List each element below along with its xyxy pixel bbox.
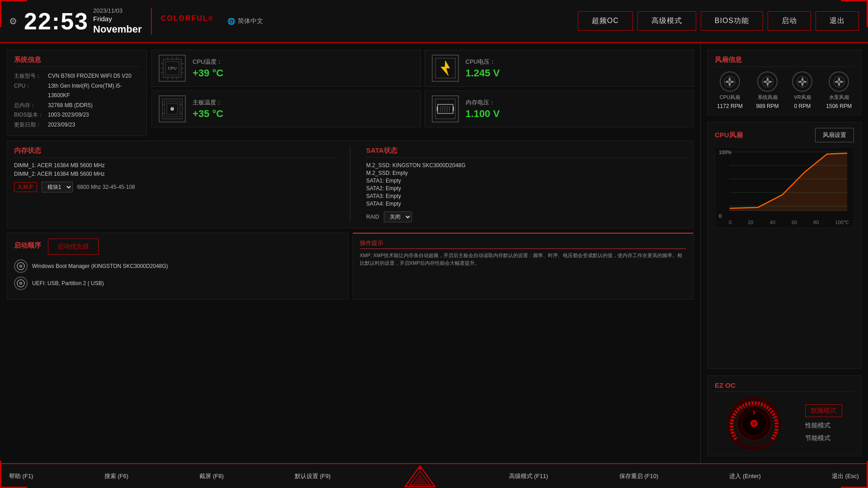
fan-sys: 系统风扇 989 RPM [756, 71, 779, 109]
sysinfo-title: 系统信息 [14, 56, 140, 67]
boot-item-1: UEFI: USB, Partition 2 ( USB) [14, 277, 341, 290]
x-label-40: 40 [770, 220, 775, 225]
cpu-fan-chart-section: CPU风扇 风扇设置 100% [708, 122, 861, 369]
nav-boot-button[interactable]: 启动 [768, 11, 811, 31]
svg-point-41 [728, 80, 731, 83]
board-temp-label: 主板温度： [193, 99, 223, 107]
fan-cpu-rpm: 1172 RPM [717, 103, 743, 109]
ezoc-title: EZ OC [715, 381, 854, 392]
bios-value: 1003-2023/09/23 [48, 110, 89, 120]
default-settings-button[interactable]: 默认设置 (F9) [295, 472, 330, 480]
sata-3: SATA3: Empty [366, 193, 686, 199]
svg-rect-25 [435, 99, 455, 119]
screenshot-button[interactable]: 截屏 (F8) [199, 472, 223, 480]
bottom-bar: 帮助 (F1) 搜索 (F6) 截屏 (F8) 默认设置 (F9) 高级模式 (… [0, 463, 868, 488]
raid-select[interactable]: 关闭 [384, 211, 412, 222]
mem-volt-text: 内存电压： 1.100 V [466, 99, 500, 120]
tips-title: 操作提示 [360, 239, 687, 249]
mem-volt-card: 内存电压： 1.100 V [425, 90, 694, 127]
mem-volt-icon [432, 95, 459, 122]
fan-info-grid: CPU风扇 1172 RPM 系统风扇 989 RPM [715, 71, 854, 109]
metrics-bottom-row: 主板温度： +35 °C [151, 90, 693, 127]
xmp-row: X.M.P 模块1 6800 Mhz 32-45-45-108 [14, 182, 334, 192]
language-label: 简体中文 [238, 17, 263, 25]
memory-section: 内存状态 DIMM_1: ACER 16384 MB 5600 MHz DIMM… [14, 146, 334, 222]
sata-m2-2: M.2_SSD: Empty [366, 170, 686, 176]
memory-title: 内存状态 [14, 146, 334, 158]
cpu-temp-text: CPU温度： +39 °C [193, 58, 223, 79]
dimm1-label: DIMM_1: [14, 162, 36, 169]
dimm1-value: ACER 16384 MB 5600 MHz [37, 162, 104, 169]
ezoc-content: 默频模式 性能模式 节能模式 [715, 396, 854, 450]
nav-bios-button[interactable]: BIOS功能 [701, 11, 763, 31]
left-panel: 系统信息 主板型号：CVN B760I FROZEN WIFI D5 V20 C… [0, 43, 701, 463]
fan-sys-name: 系统风扇 [758, 94, 778, 101]
board-label: 主板型号： [14, 71, 46, 81]
search-button[interactable]: 搜索 (F6) [104, 472, 128, 480]
dimm1-item: DIMM_1: ACER 16384 MB 5600 MHz [14, 162, 334, 169]
main-content: 系统信息 主板型号：CVN B760I FROZEN WIFI D5 V20 C… [0, 43, 868, 463]
cpu-temp-card: CPU [151, 50, 421, 87]
chart-container: 100% 0 20 4 [715, 147, 854, 228]
mem-sata-divider [350, 146, 350, 222]
ezoc-default-mode[interactable]: 默频模式 [805, 404, 842, 417]
boot-header: 启动顺序 启动优先级 [14, 239, 341, 255]
sata-2: SATA2: Empty [366, 185, 686, 192]
cpu-volt-text: CPU电压： 1.245 V [466, 58, 500, 79]
tips-section: 操作提示 XMP: XMP技术能让内存条自动超频，开启后主板会自动读取内存默认的… [353, 233, 694, 300]
boot-item-label-1: UEFI: USB, Partition 2 ( USB) [32, 280, 104, 286]
xmp-badge: X.M.P [14, 182, 37, 192]
bottom-logo [402, 466, 438, 486]
cpu-value: 13th Gen Intel(R) Core(TM) i5-13600KF [48, 81, 140, 101]
brand-logo: COLORFUL® [161, 14, 214, 28]
fan-settings-button[interactable]: 风扇设置 [815, 128, 854, 142]
enter-button[interactable]: 进入 (Enter) [729, 472, 760, 480]
nav-buttons: 超频OC 高级模式 BIOS功能 启动 退出 [578, 11, 859, 31]
save-reboot-button[interactable]: 保存重启 (F10) [619, 472, 659, 480]
svg-marker-16 [441, 61, 450, 76]
board-value: CVN B760I FROZEN WIFI D5 V20 [48, 71, 132, 81]
corner-decoration-tl [0, 0, 27, 27]
system-info-section: 系统信息 主板型号：CVN B760I FROZEN WIFI D5 V20 C… [7, 50, 147, 136]
svg-point-59 [752, 422, 756, 425]
board-temp-text: 主板温度： +35 °C [193, 99, 223, 120]
fan-pump-rpm: 1506 RPM [826, 103, 852, 109]
chart-x-labels: 0 20 40 60 80 100℃ [729, 220, 849, 225]
x-label-20: 20 [748, 220, 753, 225]
cpu-temp-icon: CPU [159, 55, 186, 82]
language-selector[interactable]: 🌐 简体中文 [227, 17, 263, 25]
nav-advanced-button[interactable]: 高级模式 [637, 11, 696, 31]
header: ⚙ 22:53 2023/11/03 Friday November COLOR… [0, 0, 868, 43]
mem-sata-section: 内存状态 DIMM_1: ACER 16384 MB 5600 MHz DIMM… [7, 141, 693, 228]
ezoc-eco-mode[interactable]: 节能模式 [805, 434, 842, 442]
ezoc-options: 默频模式 性能模式 节能模式 [805, 404, 842, 442]
sysinfo-metrics-row: 系统信息 主板型号：CVN B760I FROZEN WIFI D5 V20 C… [7, 50, 693, 136]
fan-info-title: 风扇信息 [715, 56, 854, 67]
board-temp-icon [159, 95, 186, 122]
svg-rect-27 [437, 107, 438, 111]
sata-m2-1: M.2_SSD: KINGSTON SKC3000D2048G [366, 162, 686, 169]
right-panel: 风扇信息 CPU风扇 1172 RPM [701, 43, 868, 463]
dimm2-label: DIMM_2: [14, 171, 36, 177]
corner-decoration-tr [841, 0, 868, 27]
logo-suffix: ® [208, 14, 213, 22]
advanced-mode-button[interactable]: 高级模式 (F11) [509, 472, 548, 480]
svg-marker-63 [412, 474, 428, 484]
fan-sys-rpm: 989 RPM [756, 103, 779, 109]
globe-icon: 🌐 [227, 18, 235, 25]
module-select[interactable]: 模块1 [42, 182, 73, 192]
boot-disk-icon-0 [14, 259, 28, 273]
nav-oc-button[interactable]: 超频OC [578, 11, 633, 31]
fan-cpu: CPU风扇 1172 RPM [717, 71, 743, 109]
fan-sys-icon [757, 71, 778, 92]
sata-section: SATA状态 M.2_SSD: KINGSTON SKC3000D2048G M… [366, 146, 686, 222]
boot-item-label-0: Windows Boot Manager (KINGSTON SKC3000D2… [32, 263, 168, 269]
cpu-volt-card: CPU电压： 1.245 V [425, 50, 694, 87]
fan-pump: 水泵风扇 1506 RPM [826, 71, 852, 109]
boot-section: 启动顺序 启动优先级 Windows Boot Manager (KINGSTO… [7, 233, 348, 300]
ezoc-knob[interactable] [727, 396, 781, 450]
boot-priority-button[interactable]: 启动优先级 [48, 239, 99, 255]
chart-y0: 0 [719, 213, 722, 219]
ezoc-performance-mode[interactable]: 性能模式 [805, 422, 842, 430]
board-temp-card: 主板温度： +35 °C [151, 90, 421, 127]
